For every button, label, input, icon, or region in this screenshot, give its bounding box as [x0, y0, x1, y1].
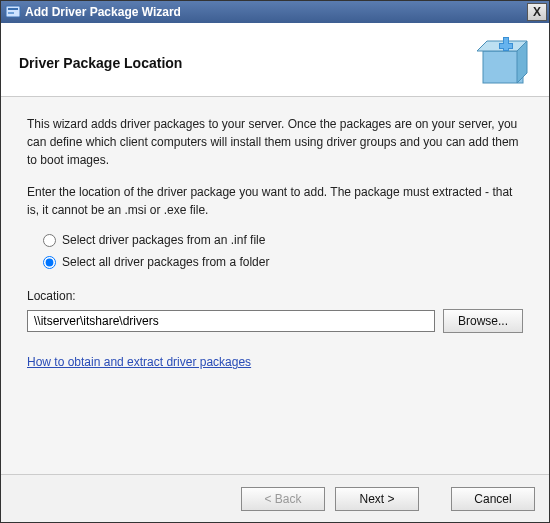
radio-inf-label: Select driver packages from an .inf file [62, 231, 265, 249]
radio-inf-input[interactable] [43, 234, 56, 247]
svg-rect-2 [8, 12, 14, 14]
wizard-footer: < Back Next > Cancel [1, 474, 549, 522]
instruction-text: Enter the location of the driver package… [27, 183, 523, 219]
help-link[interactable]: How to obtain and extract driver package… [27, 355, 251, 369]
source-radio-group: Select driver packages from an .inf file… [43, 231, 523, 271]
next-button[interactable]: Next > [335, 487, 419, 511]
close-button[interactable]: X [527, 3, 547, 21]
location-input[interactable] [27, 310, 435, 332]
svg-rect-1 [8, 8, 18, 10]
wizard-header: Driver Package Location [1, 23, 549, 97]
location-row: Browse... [27, 309, 523, 333]
back-button: < Back [241, 487, 325, 511]
cancel-button[interactable]: Cancel [451, 487, 535, 511]
svg-rect-9 [500, 44, 512, 48]
titlebar: Add Driver Package Wizard X [1, 1, 549, 23]
window-title: Add Driver Package Wizard [25, 5, 527, 19]
svg-rect-0 [6, 6, 20, 17]
radio-folder-label: Select all driver packages from a folder [62, 253, 269, 271]
close-icon: X [533, 5, 541, 19]
browse-button[interactable]: Browse... [443, 309, 523, 333]
app-icon [5, 4, 21, 20]
radio-option-inf[interactable]: Select driver packages from an .inf file [43, 231, 523, 249]
wizard-window: Add Driver Package Wizard X Driver Packa… [0, 0, 550, 523]
radio-folder-input[interactable] [43, 256, 56, 269]
page-title: Driver Package Location [19, 55, 475, 71]
wizard-content: This wizard adds driver packages to your… [1, 97, 549, 474]
intro-text: This wizard adds driver packages to your… [27, 115, 523, 169]
location-label: Location: [27, 287, 523, 305]
radio-option-folder[interactable]: Select all driver packages from a folder [43, 253, 523, 271]
driver-package-icon [475, 35, 531, 91]
